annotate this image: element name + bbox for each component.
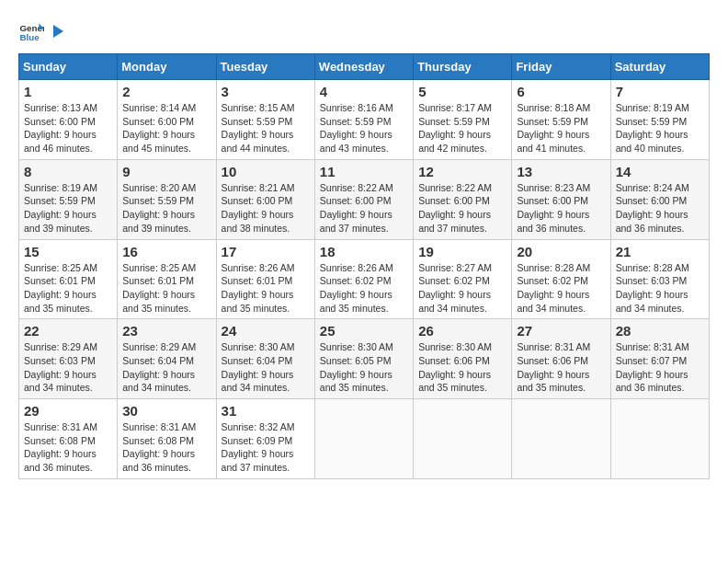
calendar-day-cell: 23 Sunrise: 8:29 AMSunset: 6:04 PMDaylig… [118, 319, 216, 399]
weekday-header: Sunday [19, 54, 118, 80]
day-detail: Sunrise: 8:26 AMSunset: 6:02 PMDaylight:… [320, 261, 408, 316]
calendar-week-row: 8 Sunrise: 8:19 AMSunset: 5:59 PMDayligh… [19, 159, 710, 239]
day-detail: Sunrise: 8:25 AMSunset: 6:01 PMDaylight:… [122, 261, 210, 316]
calendar-day-cell: 10 Sunrise: 8:21 AMSunset: 6:00 PMDaylig… [216, 159, 314, 239]
day-number: 12 [418, 164, 506, 179]
calendar-day-cell: 3 Sunrise: 8:15 AMSunset: 5:59 PMDayligh… [216, 80, 314, 160]
calendar-day-cell [512, 399, 610, 479]
page-header: General Blue [18, 18, 710, 44]
day-number: 15 [24, 244, 112, 259]
day-detail: Sunrise: 8:30 AMSunset: 6:05 PMDaylight:… [320, 340, 408, 395]
weekday-header: Tuesday [216, 54, 314, 80]
day-detail: Sunrise: 8:22 AMSunset: 6:00 PMDaylight:… [320, 181, 408, 236]
day-detail: Sunrise: 8:30 AMSunset: 6:04 PMDaylight:… [222, 340, 310, 395]
day-number: 1 [24, 84, 112, 99]
day-detail: Sunrise: 8:19 AMSunset: 5:59 PMDaylight:… [616, 101, 704, 155]
day-number: 22 [24, 323, 112, 339]
day-detail: Sunrise: 8:27 AMSunset: 6:02 PMDaylight:… [418, 261, 506, 316]
day-number: 4 [320, 84, 408, 99]
calendar-day-cell: 18 Sunrise: 8:26 AMSunset: 6:02 PMDaylig… [314, 239, 413, 319]
day-detail: Sunrise: 8:16 AMSunset: 5:59 PMDaylight:… [320, 101, 408, 155]
calendar-day-cell: 9 Sunrise: 8:20 AMSunset: 5:59 PMDayligh… [118, 159, 216, 239]
calendar-day-cell: 13 Sunrise: 8:23 AMSunset: 6:00 PMDaylig… [512, 159, 610, 239]
day-number: 18 [320, 244, 408, 259]
calendar-day-cell: 16 Sunrise: 8:25 AMSunset: 6:01 PMDaylig… [118, 239, 216, 319]
calendar-day-cell: 6 Sunrise: 8:18 AMSunset: 5:59 PMDayligh… [512, 80, 610, 160]
day-number: 21 [616, 244, 704, 259]
calendar-day-cell: 17 Sunrise: 8:26 AMSunset: 6:01 PMDaylig… [216, 239, 314, 319]
calendar-body: 1 Sunrise: 8:13 AMSunset: 6:00 PMDayligh… [19, 80, 710, 479]
day-detail: Sunrise: 8:22 AMSunset: 6:00 PMDaylight:… [418, 181, 506, 236]
weekday-header: Saturday [610, 54, 709, 80]
day-number: 3 [222, 84, 310, 99]
day-detail: Sunrise: 8:18 AMSunset: 5:59 PMDaylight:… [517, 101, 605, 155]
day-detail: Sunrise: 8:23 AMSunset: 6:00 PMDaylight:… [517, 181, 605, 236]
calendar-header-row: SundayMondayTuesdayWednesdayThursdayFrid… [19, 54, 710, 80]
calendar-day-cell: 20 Sunrise: 8:28 AMSunset: 6:02 PMDaylig… [512, 239, 610, 319]
calendar-day-cell: 26 Sunrise: 8:30 AMSunset: 6:06 PMDaylig… [414, 319, 512, 399]
day-number: 25 [320, 323, 408, 339]
calendar-day-cell: 2 Sunrise: 8:14 AMSunset: 6:00 PMDayligh… [118, 80, 216, 160]
day-detail: Sunrise: 8:17 AMSunset: 5:59 PMDaylight:… [418, 101, 506, 155]
calendar-day-cell: 14 Sunrise: 8:24 AMSunset: 6:00 PMDaylig… [610, 159, 709, 239]
calendar-day-cell [414, 399, 512, 479]
day-detail: Sunrise: 8:32 AMSunset: 6:09 PMDaylight:… [222, 420, 310, 475]
day-detail: Sunrise: 8:31 AMSunset: 6:08 PMDaylight:… [24, 420, 112, 475]
calendar-week-row: 15 Sunrise: 8:25 AMSunset: 6:01 PMDaylig… [19, 239, 710, 319]
day-number: 30 [122, 403, 210, 419]
day-number: 20 [517, 244, 605, 259]
calendar-day-cell: 29 Sunrise: 8:31 AMSunset: 6:08 PMDaylig… [19, 399, 118, 479]
day-detail: Sunrise: 8:21 AMSunset: 6:00 PMDaylight:… [222, 181, 310, 236]
calendar-week-row: 22 Sunrise: 8:29 AMSunset: 6:03 PMDaylig… [19, 319, 710, 399]
day-number: 17 [222, 244, 310, 259]
calendar-day-cell: 8 Sunrise: 8:19 AMSunset: 5:59 PMDayligh… [19, 159, 118, 239]
weekday-header: Friday [512, 54, 610, 80]
day-number: 5 [418, 84, 506, 99]
weekday-header: Thursday [414, 54, 512, 80]
calendar-day-cell: 11 Sunrise: 8:22 AMSunset: 6:00 PMDaylig… [314, 159, 413, 239]
calendar-day-cell: 31 Sunrise: 8:32 AMSunset: 6:09 PMDaylig… [216, 399, 314, 479]
day-number: 16 [122, 244, 210, 259]
weekday-header: Wednesday [314, 54, 413, 80]
logo-arrow-icon [49, 23, 65, 40]
calendar-day-cell: 15 Sunrise: 8:25 AMSunset: 6:01 PMDaylig… [19, 239, 118, 319]
day-detail: Sunrise: 8:30 AMSunset: 6:06 PMDaylight:… [418, 340, 506, 395]
calendar-day-cell: 12 Sunrise: 8:22 AMSunset: 6:00 PMDaylig… [414, 159, 512, 239]
calendar-day-cell: 7 Sunrise: 8:19 AMSunset: 5:59 PMDayligh… [610, 80, 709, 160]
day-detail: Sunrise: 8:26 AMSunset: 6:01 PMDaylight:… [222, 261, 310, 316]
day-detail: Sunrise: 8:24 AMSunset: 6:00 PMDaylight:… [616, 181, 704, 236]
svg-text:Blue: Blue [19, 32, 40, 42]
calendar-day-cell: 21 Sunrise: 8:28 AMSunset: 6:03 PMDaylig… [610, 239, 709, 319]
day-number: 23 [122, 323, 210, 339]
day-number: 27 [517, 323, 605, 339]
calendar-day-cell: 30 Sunrise: 8:31 AMSunset: 6:08 PMDaylig… [118, 399, 216, 479]
day-detail: Sunrise: 8:13 AMSunset: 6:00 PMDaylight:… [24, 101, 112, 155]
day-detail: Sunrise: 8:31 AMSunset: 6:06 PMDaylight:… [517, 340, 605, 395]
day-detail: Sunrise: 8:28 AMSunset: 6:02 PMDaylight:… [517, 261, 605, 316]
calendar-day-cell: 28 Sunrise: 8:31 AMSunset: 6:07 PMDaylig… [610, 319, 709, 399]
day-detail: Sunrise: 8:28 AMSunset: 6:03 PMDaylight:… [616, 261, 704, 316]
calendar-day-cell: 27 Sunrise: 8:31 AMSunset: 6:06 PMDaylig… [512, 319, 610, 399]
day-detail: Sunrise: 8:14 AMSunset: 6:00 PMDaylight:… [122, 101, 210, 155]
day-number: 10 [222, 164, 310, 179]
day-number: 31 [222, 403, 310, 419]
logo-icon: General Blue [18, 18, 44, 44]
calendar-day-cell: 1 Sunrise: 8:13 AMSunset: 6:00 PMDayligh… [19, 80, 118, 160]
calendar-day-cell: 19 Sunrise: 8:27 AMSunset: 6:02 PMDaylig… [414, 239, 512, 319]
day-number: 2 [122, 84, 210, 99]
day-detail: Sunrise: 8:19 AMSunset: 5:59 PMDaylight:… [24, 181, 112, 236]
day-number: 26 [418, 323, 506, 339]
day-detail: Sunrise: 8:29 AMSunset: 6:03 PMDaylight:… [24, 340, 112, 395]
day-number: 7 [616, 84, 704, 99]
day-number: 19 [418, 244, 506, 259]
day-number: 24 [222, 323, 310, 339]
calendar-day-cell: 4 Sunrise: 8:16 AMSunset: 5:59 PMDayligh… [314, 80, 413, 160]
day-number: 14 [616, 164, 704, 179]
calendar-day-cell: 25 Sunrise: 8:30 AMSunset: 6:05 PMDaylig… [314, 319, 413, 399]
day-number: 8 [24, 164, 112, 179]
logo: General Blue [18, 18, 66, 44]
day-number: 29 [24, 403, 112, 419]
day-number: 28 [616, 323, 704, 339]
svg-marker-3 [53, 25, 63, 38]
calendar-day-cell: 5 Sunrise: 8:17 AMSunset: 5:59 PMDayligh… [414, 80, 512, 160]
